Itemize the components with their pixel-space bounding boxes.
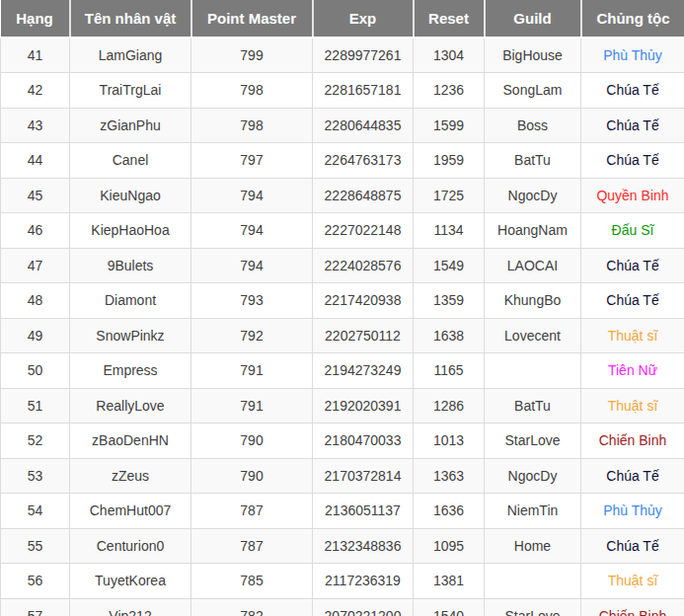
cell-class: Phù Thủy — [581, 494, 684, 529]
cell-exp: 2227022148 — [313, 213, 414, 249]
column-header-rank: Hạng — [1, 0, 70, 38]
table-row: 53zZeus79021703728141363NgocDyChúa Tế — [1, 458, 684, 494]
cell-guild: SongLam — [485, 73, 581, 109]
cell-class: Chúa Tế — [581, 73, 684, 109]
cell-guild: BigHouse — [485, 38, 581, 73]
cell-reset: 1540 — [414, 598, 485, 616]
cell-guild: StarLove — [485, 424, 581, 459]
cell-exp: 2281657181 — [313, 73, 414, 109]
cell-guild: Home — [485, 528, 581, 564]
cell-point: 793 — [191, 283, 313, 319]
cell-rank: 45 — [1, 178, 70, 213]
cell-name: zGianPhu — [70, 108, 191, 143]
cell-reset: 1134 — [414, 213, 485, 249]
cell-point: 794 — [191, 178, 313, 213]
cell-exp: 2117236319 — [313, 564, 414, 599]
column-header-exp: Exp — [313, 0, 414, 38]
table-row: 49SnowPinkz79222027501121638LovecentThuậ… — [1, 318, 684, 353]
cell-name: TuyetKorea — [70, 564, 191, 599]
cell-reset: 1599 — [414, 108, 485, 143]
cell-name: LamGiang — [70, 38, 191, 73]
table-row: 56TuyetKorea78521172363191381Thuật sĩ — [1, 564, 684, 599]
cell-class: Tiên Nữ — [581, 353, 684, 389]
cell-reset: 1381 — [414, 564, 485, 599]
cell-name: ChemHut007 — [70, 494, 191, 529]
cell-exp: 2202750112 — [313, 318, 414, 353]
ranking-table-header: HạngTên nhân vậtPoint MasterExpResetGuil… — [1, 0, 684, 38]
cell-exp: 2194273249 — [313, 353, 414, 389]
cell-class: Đấu Sĩ — [581, 213, 684, 249]
cell-point: 790 — [191, 424, 313, 459]
cell-point: 798 — [191, 73, 313, 109]
cell-name: Empress — [70, 353, 191, 389]
table-row: 42TraiTrgLai79822816571811236SongLamChúa… — [1, 73, 684, 109]
cell-point: 787 — [191, 528, 313, 564]
table-row: 48Diamont79322174209381359KhungBoChúa Tế — [1, 283, 684, 319]
column-header-class: Chủng tộc — [581, 0, 684, 38]
cell-exp: 2070221200 — [313, 598, 414, 616]
table-row: 54ChemHut00778721360511371636NiemTinPhù … — [1, 494, 684, 529]
cell-class: Chúa Tế — [581, 108, 684, 143]
cell-guild: StarLove — [485, 598, 581, 616]
cell-class: Chiến Binh — [581, 424, 684, 459]
cell-name: Canel — [70, 143, 191, 179]
column-header-name: Tên nhân vật — [70, 0, 191, 38]
cell-point: 792 — [191, 318, 313, 353]
ranking-table-body: 41LamGiang79922899772611304BigHousePhù T… — [1, 38, 684, 616]
cell-class: Chúa Tế — [581, 528, 684, 564]
cell-reset: 1236 — [414, 73, 485, 109]
cell-point: 799 — [191, 38, 313, 73]
cell-class: Phù Thủy — [581, 38, 684, 73]
cell-guild — [485, 564, 581, 599]
cell-point: 790 — [191, 458, 313, 494]
cell-reset: 1165 — [414, 353, 485, 389]
cell-rank: 47 — [1, 248, 70, 283]
ranking-table: HạngTên nhân vậtPoint MasterExpResetGuil… — [0, 0, 684, 616]
table-row: 55Centurion078721323488361095HomeChúa Tế — [1, 528, 684, 564]
cell-reset: 1638 — [414, 318, 485, 353]
cell-rank: 53 — [1, 458, 70, 494]
cell-rank: 46 — [1, 213, 70, 249]
cell-class: Thuật sĩ — [581, 318, 684, 353]
cell-guild: NgocDy — [485, 178, 581, 213]
cell-guild: NgocDy — [485, 458, 581, 494]
cell-name: SnowPinkz — [70, 318, 191, 353]
cell-exp: 2180470033 — [313, 424, 414, 459]
table-row: 479Bulets79422240285761549LAOCAIChúa Tế — [1, 248, 684, 283]
cell-rank: 41 — [1, 38, 70, 73]
cell-name: zBaoDenHN — [70, 424, 191, 459]
cell-name: 9Bulets — [70, 248, 191, 283]
cell-name: Centurion0 — [70, 528, 191, 564]
cell-name: ReallyLove — [70, 388, 191, 424]
table-row: 50Empress79121942732491165Tiên Nữ — [1, 353, 684, 389]
cell-point: 794 — [191, 248, 313, 283]
table-row: 44Canel79722647631731959BatTuChúa Tế — [1, 143, 684, 179]
table-row: 41LamGiang79922899772611304BigHousePhù T… — [1, 38, 684, 73]
cell-guild: HoangNam — [485, 213, 581, 249]
cell-guild — [485, 353, 581, 389]
cell-exp: 2228648875 — [313, 178, 414, 213]
cell-exp: 2192020391 — [313, 388, 414, 424]
table-row: 57Vip21278220702212001540StarLoveChiến B… — [1, 598, 684, 616]
table-row: 52zBaoDenHN79021804700331013StarLoveChiế… — [1, 424, 684, 459]
cell-point: 791 — [191, 388, 313, 424]
cell-guild: KhungBo — [485, 283, 581, 319]
cell-rank: 50 — [1, 353, 70, 389]
table-row: 45KieuNgao79422286488751725NgocDyQuyền B… — [1, 178, 684, 213]
column-header-guild: Guild — [485, 0, 581, 38]
cell-guild: BatTu — [485, 143, 581, 179]
cell-exp: 2224028576 — [313, 248, 414, 283]
cell-rank: 42 — [1, 73, 70, 109]
cell-point: 798 — [191, 108, 313, 143]
cell-rank: 49 — [1, 318, 70, 353]
cell-rank: 43 — [1, 108, 70, 143]
cell-rank: 44 — [1, 143, 70, 179]
cell-point: 797 — [191, 143, 313, 179]
cell-reset: 1725 — [414, 178, 485, 213]
cell-name: zZeus — [70, 458, 191, 494]
cell-name: Vip212 — [70, 598, 191, 616]
cell-point: 782 — [191, 598, 313, 616]
cell-exp: 2170372814 — [313, 458, 414, 494]
cell-reset: 1636 — [414, 494, 485, 529]
cell-rank: 57 — [1, 598, 70, 616]
